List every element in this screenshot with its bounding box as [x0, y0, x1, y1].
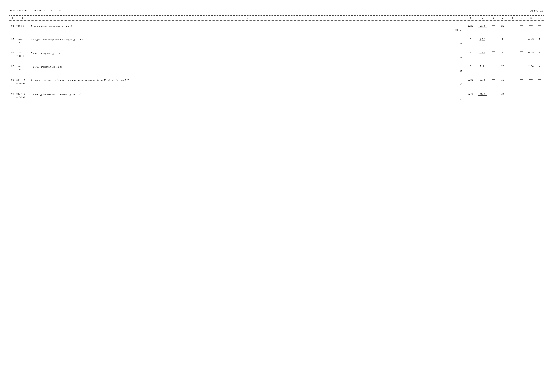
row-description: Металлизация закладных дета-лей IOO кг [30, 24, 465, 32]
row-num: 95 [9, 38, 16, 41]
col6-value [489, 38, 498, 39]
col5-value: 65,6 [476, 92, 489, 96]
col4-value: 0,3I [465, 78, 476, 82]
row-code: 7-I997-I2-I [16, 38, 30, 45]
table-row: 98 ССЦ т.Iп.8-504 Стоимость сборных ж/б … [9, 77, 544, 88]
col6-value [489, 51, 498, 52]
col-header-9: 9 [517, 17, 526, 20]
col-header-1: I [9, 17, 16, 20]
row-num: 98 [9, 78, 16, 82]
row-num: 94 [9, 24, 16, 28]
col-header-3: 3 [30, 17, 465, 20]
main-table: I 2 3 4 5 6 7 8 9 IO II 94 I47-29 Металл… [9, 15, 544, 102]
col11-value: I [536, 38, 544, 41]
doc-number: 903-I-293.91 [9, 9, 28, 12]
table-row: 96 7-2047-I2-4 То же, площадью до 2 м2 ш… [9, 50, 544, 60]
row-code: I47-29 [16, 24, 30, 28]
col10-value [526, 24, 536, 26]
col8-value: - [507, 92, 517, 95]
row-description: То же, доборных плит объёмом до 0,2 м3 м… [30, 92, 465, 101]
col9-value [517, 51, 526, 52]
row-code: ССЦ т.Iп.8-504 [16, 78, 30, 86]
col4-value: 3 [465, 38, 476, 41]
col10-value: 0,59 [526, 51, 536, 54]
col5-value: 60,8 [476, 78, 489, 82]
col6-value [489, 92, 498, 94]
table-row: 94 I47-29 Металлизация закладных дета-ле… [9, 23, 544, 33]
col9-value [517, 65, 526, 66]
col-header-6: 6 [489, 17, 498, 20]
col-header-4: 4 [465, 17, 476, 20]
col10-value: 0,45 [526, 38, 536, 41]
col8-value: - [507, 38, 517, 41]
col-header-11: II [536, 17, 544, 20]
row-num: 99 [9, 92, 16, 95]
col8-value: - [507, 78, 517, 82]
row-description: То же, площадью до IO м2 шт [30, 65, 465, 73]
col8-value: - [507, 24, 517, 28]
col9-value [517, 24, 526, 26]
col5-value: I,02 [476, 51, 489, 55]
col7-value: 2 [498, 38, 507, 41]
col4-value: 2 [465, 65, 476, 68]
col11-value: I [536, 51, 544, 54]
page-header: 903-I-293.91 Альбом I2 ч.I 39 25141-13 [9, 6, 544, 12]
row-code: 7-I777-II-I [16, 65, 30, 72]
col9-value [517, 78, 526, 80]
right-number: 25141-13 [530, 9, 544, 12]
col5-value: 5,7 [476, 65, 489, 68]
col7-value: 22 [498, 24, 507, 28]
col9-value [517, 92, 526, 94]
header-left: 903-I-293.91 Альбом I2 ч.I 39 [9, 9, 61, 12]
col11-value [536, 92, 544, 94]
table-row: 95 7-I997-I2-I Укладка плит покрытий пло… [9, 36, 544, 47]
col6-value [489, 65, 498, 66]
col6-value [489, 24, 498, 26]
row-code: ССЦ т.Iп.8-509 [16, 92, 30, 99]
col4-value: 0,38 [465, 92, 476, 95]
col10-value [526, 78, 536, 80]
page-number: 39 [58, 9, 61, 12]
row-description: Стоимость сборных ж/б плит перекрытия ра… [30, 78, 465, 87]
col7-value: 25 [498, 92, 507, 95]
col-header-10: IO [526, 17, 536, 20]
col-header-2: 2 [16, 17, 30, 20]
col7-value: II [498, 65, 507, 68]
row-num: 97 [9, 65, 16, 68]
col6-value [489, 78, 498, 80]
row-description: То же, площадью до 2 м2 шт [30, 51, 465, 59]
table-row: 99 ССЦ т.Iп.8-509 То же, доборных плит о… [9, 91, 544, 102]
col11-value [536, 78, 544, 80]
col11-value: 4 [536, 65, 544, 68]
col11-value [536, 24, 544, 26]
col-header-8: 8 [507, 17, 517, 20]
col-header-7: 7 [498, 17, 507, 20]
column-headers: I 2 3 4 5 6 7 8 9 IO II [9, 16, 544, 21]
col8-value: - [507, 65, 517, 68]
table-row: 97 7-I777-II-I То же, площадью до IO м2 … [9, 63, 544, 74]
col10-value: 2,04 [526, 65, 536, 68]
album-label: Альбом I2 ч.I [34, 9, 52, 12]
row-num: 96 [9, 51, 16, 54]
col4-value: I [465, 51, 476, 54]
col7-value: I9 [498, 78, 507, 82]
col-header-5: 5 [476, 17, 489, 20]
col7-value: I [498, 51, 507, 54]
col8-value: - [507, 51, 517, 54]
col5-value: 0,52 [476, 38, 489, 42]
col4-value: I,22 [465, 24, 476, 28]
col5-value: I7,8 [476, 24, 489, 28]
col9-value [517, 38, 526, 39]
row-description: Укладка плит покрытий пло-щадью до I м2 … [30, 38, 465, 46]
col10-value [526, 92, 536, 94]
row-code: 7-2047-I2-4 [16, 51, 30, 58]
